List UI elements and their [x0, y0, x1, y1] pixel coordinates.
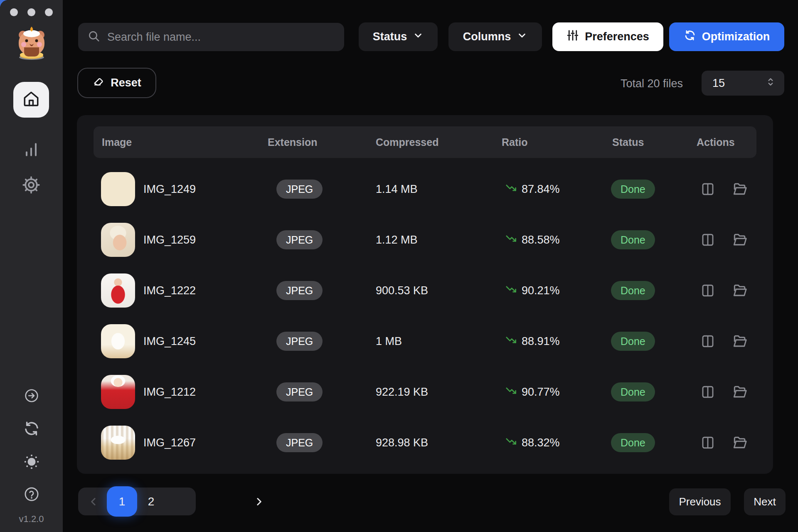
page-button-1[interactable]: 1 [107, 486, 137, 517]
ratio-value: 88.32% [522, 436, 560, 449]
chevron-left-icon[interactable] [87, 495, 100, 508]
sidebar-item-theme[interactable] [0, 454, 63, 471]
column-header-actions: Actions [697, 126, 735, 158]
compressed-size: 928.98 KB [376, 417, 428, 468]
trending-down-icon [505, 334, 517, 349]
optimization-label: Optimization [702, 30, 770, 43]
file-name: IMG_1245 [143, 316, 196, 367]
compare-columns-icon[interactable] [700, 384, 715, 399]
column-header-status: Status [612, 126, 644, 158]
total-files-label: Total 20 files [621, 77, 688, 90]
compare-columns-icon[interactable] [700, 232, 715, 247]
search-bar [78, 23, 344, 51]
refresh-icon [23, 420, 40, 439]
ratio-value: 87.84% [522, 183, 560, 196]
sidebar-item-export[interactable] [0, 388, 63, 405]
sun-icon [24, 454, 39, 471]
compare-columns-icon[interactable] [700, 283, 715, 298]
search-icon [87, 30, 101, 44]
image-thumbnail[interactable] [101, 223, 135, 257]
compressed-size: 900.53 KB [376, 265, 428, 316]
table-row: IMG_1222 JPEG 900.53 KB 90.21% Done [77, 265, 773, 316]
sidebar-item-help[interactable] [0, 486, 63, 504]
ratio-value: 88.91% [522, 335, 560, 348]
chevrons-up-down-icon [765, 76, 776, 90]
extension-badge: JPEG [276, 332, 323, 351]
extension-badge: JPEG [276, 180, 323, 199]
trending-down-icon [505, 232, 517, 248]
folder-open-icon[interactable] [732, 384, 748, 400]
preferences-button[interactable]: Preferences [552, 22, 663, 51]
folder-open-icon[interactable] [732, 232, 748, 248]
traffic-light-minimize[interactable] [27, 8, 35, 16]
app-version: v1.2.0 [0, 514, 63, 525]
arrow-right-circle-icon [24, 388, 39, 405]
traffic-light-zoom[interactable] [45, 8, 53, 16]
table-row: IMG_1212 JPEG 922.19 KB 90.77% Done [77, 367, 773, 417]
column-header-image: Image [102, 126, 132, 158]
ratio-value: 90.77% [522, 386, 560, 399]
image-thumbnail[interactable] [101, 273, 135, 308]
compare-columns-icon[interactable] [700, 435, 715, 450]
page-size-select[interactable]: 15 [702, 71, 784, 96]
reset-button[interactable]: Reset [77, 68, 156, 98]
ratio-value: 90.21% [522, 284, 560, 297]
status-filter-dropdown[interactable]: Status [359, 22, 438, 51]
table-row: IMG_1245 JPEG 1 MB 88.91% Done [77, 316, 773, 367]
extension-badge: JPEG [276, 433, 323, 452]
page-size-value: 15 [712, 77, 765, 90]
files-table: Image Extension Compressed Ratio Status … [77, 115, 773, 474]
chevron-right-icon[interactable] [253, 495, 265, 508]
extension-badge: JPEG [276, 230, 323, 249]
trending-down-icon [505, 435, 517, 451]
traffic-light-close[interactable] [10, 8, 18, 16]
status-badge: Done [611, 433, 655, 452]
columns-dropdown[interactable]: Columns [448, 22, 542, 51]
trending-down-icon [505, 384, 517, 400]
image-thumbnail[interactable] [101, 375, 135, 409]
table-row: IMG_1267 JPEG 928.98 KB 88.32% Done [77, 417, 773, 468]
column-header-extension: Extension [268, 126, 317, 158]
compare-columns-icon[interactable] [700, 334, 715, 349]
optimization-button[interactable]: Optimization [669, 22, 784, 51]
file-name: IMG_1222 [143, 265, 196, 316]
sidebar-item-home[interactable] [13, 82, 49, 118]
status-badge: Done [611, 180, 655, 199]
sidebar-item-refresh[interactable] [0, 420, 63, 439]
image-thumbnail[interactable] [101, 324, 135, 358]
file-name: IMG_1259 [143, 214, 196, 265]
compare-columns-icon[interactable] [700, 182, 715, 197]
status-badge: Done [611, 332, 655, 351]
compressed-size: 1.12 MB [376, 214, 418, 265]
status-badge: Done [611, 281, 655, 300]
sidebar-item-settings[interactable] [13, 168, 49, 204]
search-input[interactable] [107, 31, 335, 44]
status-badge: Done [611, 230, 655, 249]
status-filter-label: Status [373, 30, 407, 43]
table-row: IMG_1259 JPEG 1.12 MB 88.58% Done [77, 214, 773, 265]
columns-label: Columns [463, 30, 511, 43]
home-icon [22, 90, 40, 109]
sliders-icon [566, 29, 579, 44]
folder-open-icon[interactable] [732, 435, 748, 451]
chevron-down-icon [413, 30, 424, 44]
eraser-icon [92, 75, 105, 91]
column-header-compressed: Compressed [376, 126, 438, 158]
app-window: v1.2.0 Status Columns Pre [0, 0, 798, 532]
page-button-2[interactable]: 2 [140, 488, 163, 515]
folder-open-icon[interactable] [732, 181, 748, 197]
previous-button[interactable]: Previous [669, 488, 731, 515]
extension-badge: JPEG [276, 281, 323, 300]
bar-chart-icon [22, 140, 40, 160]
file-name: IMG_1249 [143, 164, 196, 214]
app-logo-mascot [14, 26, 49, 62]
sync-icon [684, 29, 696, 44]
question-circle-icon [24, 486, 39, 504]
folder-open-icon[interactable] [732, 333, 748, 349]
next-button[interactable]: Next [744, 488, 786, 515]
folder-open-icon[interactable] [732, 283, 748, 298]
image-thumbnail[interactable] [101, 426, 135, 460]
sidebar-item-stats[interactable] [13, 132, 49, 168]
image-thumbnail[interactable] [101, 172, 135, 206]
ratio-value: 88.58% [522, 234, 560, 246]
